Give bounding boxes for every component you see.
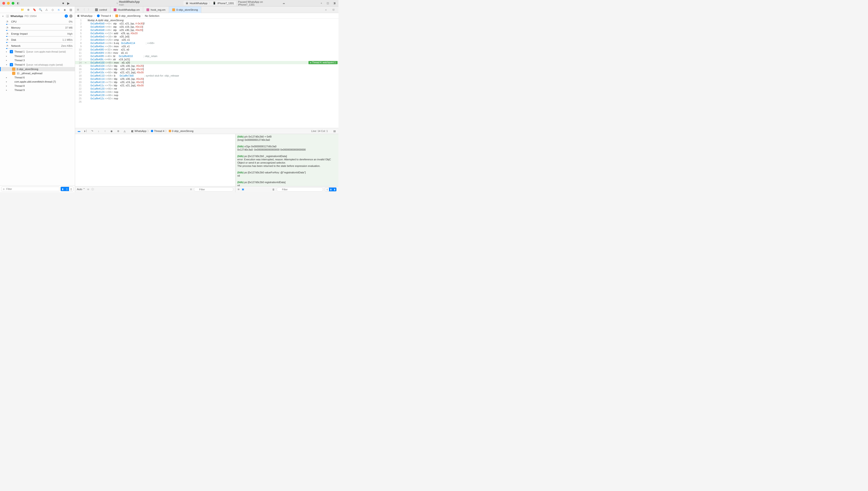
chevron-icon[interactable]: ▸ (6, 76, 8, 79)
debug-jump-bar[interactable]: ◧ WhatsApp 〉 Thread 4 〉 0 objc_storeStro… (131, 129, 193, 133)
app-icon: ◻ (6, 15, 9, 18)
debug-view-hierarchy-icon[interactable]: ◉ (110, 129, 114, 133)
thread-filter-segmented[interactable]: ▮ ▯ ▯ (60, 186, 73, 191)
chevron-icon[interactable]: ▸ (6, 59, 8, 61)
variables-scope-selector[interactable]: Auto ⌃ (77, 188, 85, 191)
branch-indicator[interactable]: ⑂ HookWhatsApp main (117, 0, 140, 6)
sidebar-toggle-icon[interactable]: ◧ (16, 1, 20, 5)
editor-tab[interactable]: control (92, 6, 111, 13)
thread-row[interactable]: ▸Thread 6 (0, 76, 75, 80)
stack-frame-row[interactable]: 0 objc_storeStrong (0, 67, 75, 71)
code-line: 1libobjc.A.dylib`objc_storeStrong: (75, 19, 338, 22)
quicklook-icon[interactable]: 👁 (87, 188, 90, 191)
continue-icon[interactable]: ⏵⎸ (84, 129, 88, 133)
process-row[interactable]: ▾ ◻ WhatsApp PID 15864 i (0, 13, 75, 19)
thread-row[interactable]: ▸Thread 9 (0, 88, 75, 92)
gauge-bar (6, 42, 72, 43)
thread-row[interactable]: ▸Thread 2 (0, 54, 75, 58)
jump-1[interactable]: Thread 4 (101, 15, 111, 17)
simulate-location-icon[interactable]: ◬ (123, 129, 127, 133)
editor-tab[interactable]: hook_reg.xm (143, 6, 169, 13)
jump-bar[interactable]: ◧ WhatsApp 〉 Thread 4 〉 0 objc_storeStro… (75, 13, 338, 19)
nav-test-icon[interactable]: ◇ (51, 8, 54, 12)
close-window-button[interactable] (2, 2, 5, 5)
gauge-energy-impact[interactable]: ◔Energy ImpactHigh (0, 31, 75, 36)
editor-options-icon[interactable]: ▤ (333, 129, 337, 133)
chevron-icon[interactable]: ▸ (6, 51, 8, 53)
seg-3[interactable]: ▯ (69, 187, 73, 191)
nav-bookmark-icon[interactable]: 🔖 (33, 8, 36, 12)
library-icon[interactable]: ◫ (326, 1, 330, 5)
chevron-icon[interactable]: ▸ (6, 89, 8, 91)
disassembly-view[interactable]: 1libobjc.A.dylib`objc_storeStrong:2 0x1a… (75, 19, 338, 128)
seg-vars[interactable]: ▯ (325, 187, 329, 191)
process-options-icon[interactable] (69, 15, 72, 18)
adjust-editor-icon[interactable]: ⊟ (331, 7, 336, 12)
thread-row[interactable]: ▾⎋Thread 4 Queue: net.whatsapp.crypto (s… (0, 62, 75, 67)
zoom-window-button[interactable] (11, 2, 14, 5)
editor-tab[interactable]: HookWhatsApp.xm (111, 6, 143, 13)
thread-row[interactable]: ▸Thread 8 (0, 84, 75, 88)
trash-icon[interactable]: 🗑 (272, 188, 275, 191)
jump-3[interactable]: No Selection (145, 15, 159, 17)
run-button[interactable]: ▶ (67, 1, 70, 5)
stack-frame-row[interactable]: 11 _pthread_wqthread (0, 71, 75, 76)
nav-debug-icon[interactable]: ⎋ (57, 8, 60, 12)
minimize-window-button[interactable] (7, 2, 10, 5)
nav-forward-icon[interactable]: 〉 (86, 7, 92, 12)
info-icon[interactable]: ⓘ (91, 187, 94, 191)
console-output[interactable]: (lldb) p/x 0x127d0c2b0 + 0xf0(long) 0x00… (236, 134, 338, 186)
chevron-icon[interactable]: ▸ (6, 81, 8, 83)
related-items-icon[interactable]: ⊞ (75, 7, 81, 12)
gauge-network[interactable]: ◔NetworkZero KB/s (0, 43, 75, 48)
step-out-icon[interactable]: ↑ (103, 129, 107, 133)
nav-find-icon[interactable]: 🔍 (39, 8, 42, 12)
chevron-icon[interactable]: ▸ (6, 85, 8, 87)
gauge-memory[interactable]: ◔Memory37 MB (0, 25, 75, 30)
process-badge-icon[interactable]: i (65, 15, 68, 18)
thread-row[interactable]: ▸com.apple.uikit.eventfetch-thread (7) (0, 80, 75, 84)
variables-filter-input[interactable] (194, 187, 234, 192)
add-button[interactable]: ＋ (319, 1, 323, 5)
inspector-toggle-icon[interactable]: ◨ (333, 1, 336, 5)
nav-back-icon[interactable]: 〈 (81, 7, 86, 12)
chevron-icon[interactable]: ▾ (6, 63, 8, 66)
thread-row[interactable]: ▸Thread 3 (0, 58, 75, 62)
step-into-icon[interactable]: ↓ (96, 129, 101, 133)
console-filter-input[interactable] (277, 187, 323, 192)
seg-both[interactable]: ▮ (329, 187, 333, 191)
toggle-debug-area-icon[interactable]: ▬ (77, 129, 81, 133)
seg-2[interactable]: ▯ (65, 187, 69, 191)
thread-row[interactable]: ▸⎋Thread 1 Queue: com.apple.main-thread … (0, 49, 75, 54)
nav-issue-icon[interactable]: ⚠ (44, 8, 48, 12)
stop-button[interactable]: ■ (61, 1, 65, 5)
djump-app-icon: ◧ (131, 129, 134, 133)
code-line: 19 0x1affe4114 <+68>: ldp x29, x30, [sp,… (75, 77, 338, 81)
minimap-icon[interactable]: ≡ (323, 7, 329, 12)
seg-console[interactable]: ▮ (333, 187, 336, 191)
nav-folder-icon[interactable]: 📁 (21, 8, 24, 12)
code-line: 7 0x1affe40e4 <+20>: cmp x20, x1 (75, 38, 338, 41)
main-split: 📁 ⊗ 🔖 🔍 ⚠ ◇ ⎋ ◈ ▤ ▾ ◻ WhatsApp PID 15864… (0, 6, 338, 192)
jump-0[interactable]: WhatsApp (81, 15, 93, 17)
seg-1[interactable]: ▮ (61, 187, 65, 191)
gauge-disk[interactable]: ◔Disk1.1 MB/s (0, 37, 75, 42)
sidebar-filter-input[interactable] (1, 186, 60, 191)
nav-breakpoint-icon[interactable]: ◈ (63, 8, 66, 12)
jump-2[interactable]: 0 objc_storeStrong (119, 15, 141, 17)
step-over-icon[interactable]: ↷ (90, 129, 94, 133)
editor-tab[interactable]: 0 objc_storeStrong (169, 6, 201, 13)
debug-memory-graph-icon[interactable]: ⊚ (116, 129, 120, 133)
chevron-icon[interactable]: ▸ (6, 55, 8, 57)
cloud-icon[interactable]: ☁︎ (282, 2, 285, 5)
nav-report-icon[interactable]: ▤ (69, 8, 72, 12)
console-scope-icon[interactable]: ▣ (242, 188, 244, 191)
debug-bar: ▬ ⏵⎸ ↷ ↓ ↑ ◉ ⊚ ◬ ◧ WhatsApp 〉 Thread 4 〉… (75, 128, 338, 134)
code-content: 0x1affe412c <+92>: nop (88, 97, 338, 100)
console-output-icon[interactable]: 👁 (237, 188, 240, 191)
scheme-selector[interactable]: 🏛 HookWhatsApp 〉 📱 iPhone7_1331 (183, 1, 236, 5)
watchpoint-badge: ▸ Thread 4: watchpoint 1 (308, 61, 338, 64)
console-view-segmented[interactable]: ▯ ▮ ▮ (325, 187, 337, 192)
gauge-cpu[interactable]: ◔CPU0% (0, 19, 75, 24)
nav-source-icon[interactable]: ⊗ (27, 8, 30, 12)
